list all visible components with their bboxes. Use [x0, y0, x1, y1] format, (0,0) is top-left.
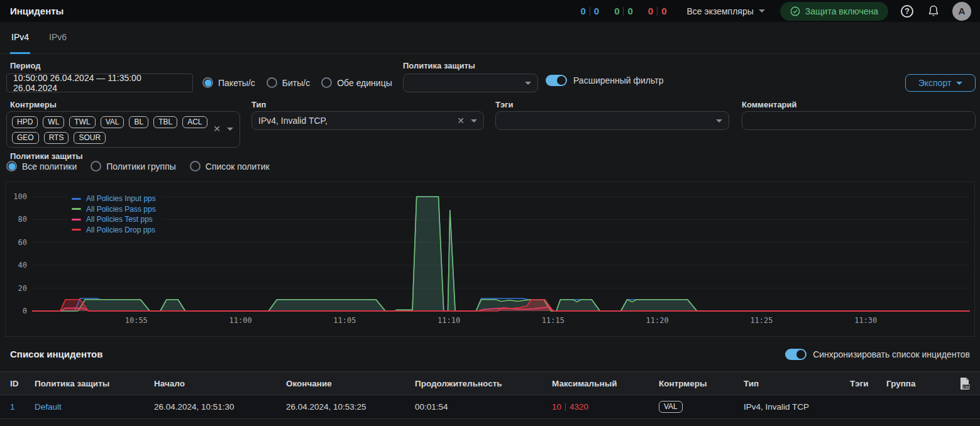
incident-end: 26.04.2024, 10:53:25: [286, 402, 415, 412]
column-header[interactable]: Тип: [744, 379, 850, 388]
radio-политики-группы[interactable]: Политики группы: [91, 161, 176, 172]
legend-item[interactable]: All Policies Test pps: [72, 214, 156, 225]
counter-value: 0: [594, 6, 599, 16]
legend-swatch: [72, 208, 81, 210]
comment-label: Комментарий: [742, 100, 797, 109]
page-title: Инциденты: [10, 6, 63, 16]
radio-label: Пакеты/с: [218, 78, 255, 88]
chevron-down-icon: [525, 82, 531, 85]
column-header[interactable]: Максимальный: [552, 379, 659, 388]
countermeasures-label: Контрмеры: [10, 100, 57, 109]
export-button[interactable]: Экспорт: [905, 74, 976, 92]
advanced-filter-toggle[interactable]: [546, 75, 567, 86]
legend-label: All Policies Test pps: [86, 215, 153, 224]
protection-status-badge[interactable]: Защита включена: [780, 2, 888, 21]
countermeasure-chip[interactable]: VAL: [101, 116, 124, 128]
incident-max: 104320: [552, 402, 659, 412]
svg-text:11:30: 11:30: [854, 316, 877, 325]
notifications-button[interactable]: [926, 4, 941, 19]
countermeasure-chip[interactable]: TWL: [69, 116, 95, 128]
protection-policy-select[interactable]: [403, 74, 538, 92]
legend-item[interactable]: All Policies Input pps: [72, 194, 156, 204]
unit-radio-group: Пакеты/сБиты/сОбе единицы: [202, 77, 392, 88]
radio-все-политики[interactable]: Все политики: [6, 161, 77, 172]
sync-incidents-label: Синхронизировать список инцидентов: [813, 349, 970, 359]
countermeasure-chip[interactable]: GEO: [12, 132, 39, 144]
column-header[interactable]: Начало: [154, 379, 286, 388]
column-header[interactable]: ID: [10, 379, 35, 388]
incidents-list-header: Список инцидентов Синхронизировать списо…: [0, 337, 980, 371]
incident-row[interactable]: 1Default26.04.2024, 10:51:3026.04.2024, …: [0, 395, 980, 419]
countermeasure-chip[interactable]: HPD: [12, 116, 38, 128]
avatar[interactable]: A: [952, 2, 971, 21]
incident-policy-link[interactable]: Default: [35, 402, 62, 412]
chevron-down-icon[interactable]: [227, 128, 233, 131]
svg-text:20: 20: [18, 284, 27, 293]
clear-icon[interactable]: ✕: [457, 116, 465, 126]
legend-item[interactable]: All Policies Drop pps: [72, 225, 156, 236]
export-csv-button[interactable]: CSV: [947, 377, 970, 390]
svg-text:10:55: 10:55: [125, 316, 148, 325]
clear-icon[interactable]: ✕: [213, 124, 221, 134]
type-select-value: IPv4, Invalid TCP,: [258, 116, 328, 126]
bell-icon: [928, 5, 939, 18]
app-header: Инциденты 000000 Все экземпляры Защита в…: [0, 0, 980, 22]
period-input[interactable]: 10:50:00 26.04.2024 — 11:35:00 26.04.202…: [6, 74, 193, 92]
instance-selector[interactable]: Все экземпляры: [687, 6, 765, 16]
radio-обе-единицы[interactable]: Обе единицы: [321, 77, 392, 88]
svg-text:11:25: 11:25: [750, 316, 773, 325]
svg-text:100: 100: [13, 192, 27, 201]
type-select[interactable]: IPv4, Invalid TCP, ✕: [251, 111, 484, 130]
radio-биты-с[interactable]: Биты/с: [267, 77, 310, 88]
chevron-down-icon: [956, 82, 962, 85]
protection-status-label: Защита включена: [805, 6, 878, 16]
column-header[interactable]: Тэги: [850, 379, 886, 388]
countermeasure-chip[interactable]: ACL: [182, 116, 207, 128]
incident-id-link[interactable]: 1: [10, 402, 15, 412]
svg-text:11:15: 11:15: [542, 316, 564, 325]
incidents-heading: Список инцидентов: [10, 349, 102, 359]
policies-label: Политики защиты: [10, 151, 83, 161]
countermeasure-chip[interactable]: RTS: [44, 132, 69, 144]
radio-label: Обе единицы: [337, 78, 392, 88]
toggle-knob: [796, 350, 805, 359]
counter-value: 0: [627, 6, 632, 16]
countermeasures-multiselect[interactable]: HPDWLTWLVALBLTBLACLGEORTSSOUR ✕: [6, 111, 240, 148]
countermeasure-chip[interactable]: BL: [129, 116, 148, 128]
svg-text:11:10: 11:10: [438, 316, 460, 325]
counter-pair: 00: [614, 6, 633, 16]
sync-incidents-toggle[interactable]: [785, 349, 807, 360]
traffic-chart-panel[interactable]: 02040608010010:5511:0011:0511:1011:1511:…: [5, 182, 975, 337]
counter-divider: [623, 7, 624, 16]
countermeasure-chip[interactable]: TBL: [153, 116, 177, 128]
column-header[interactable]: Политика защиты: [35, 379, 154, 388]
radio-icon: [202, 77, 213, 88]
chevron-down-icon: [759, 9, 765, 13]
tags-select[interactable]: [495, 111, 729, 130]
countermeasure-chip: VAL: [659, 401, 683, 413]
advanced-filter-label: Расширенный фильтр: [573, 75, 663, 85]
comment-input[interactable]: [742, 111, 976, 130]
help-button[interactable]: ?: [900, 4, 915, 19]
column-header[interactable]: Группа: [886, 379, 947, 388]
svg-text:60: 60: [18, 238, 27, 247]
tab-bar: IPv4IPv6: [0, 22, 980, 54]
export-csv-icon[interactable]: CSV: [959, 377, 970, 390]
export-button-label: Экспорт: [918, 78, 952, 88]
help-icon: ?: [901, 5, 913, 18]
radio-пакеты-с[interactable]: Пакеты/с: [202, 77, 255, 88]
svg-text:0: 0: [23, 307, 27, 315]
radio-список-политик[interactable]: Список политик: [190, 161, 270, 172]
countermeasures-chips: HPDWLTWLVALBLTBLACLGEORTSSOUR: [7, 112, 239, 148]
countermeasure-chip[interactable]: WL: [43, 116, 64, 128]
tab-ipv6[interactable]: IPv6: [48, 22, 68, 54]
countermeasure-chip[interactable]: SOUR: [74, 132, 106, 144]
column-header[interactable]: Продолжительность: [415, 379, 552, 388]
svg-text:80: 80: [18, 215, 27, 224]
incident-start: 26.04.2024, 10:51:30: [154, 402, 286, 412]
column-header[interactable]: Окончание: [286, 379, 415, 388]
legend-item[interactable]: All Policies Pass pps: [72, 204, 156, 215]
tab-ipv4[interactable]: IPv4: [10, 22, 30, 54]
legend-swatch: [72, 198, 81, 200]
column-header[interactable]: Контрмеры: [659, 379, 744, 388]
